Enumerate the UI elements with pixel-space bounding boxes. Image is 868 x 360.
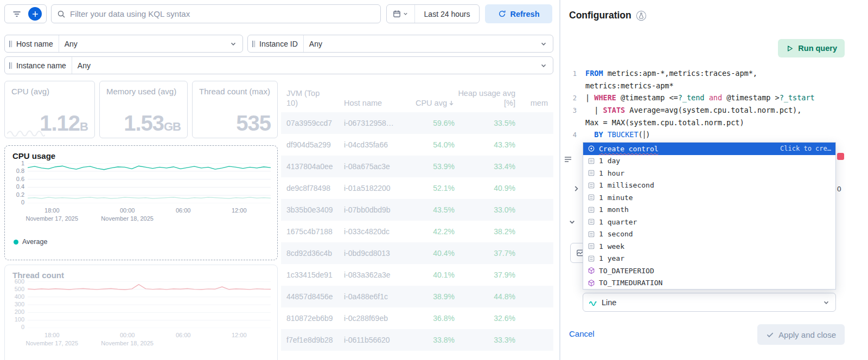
legend-item-average[interactable]: Average [14,238,47,246]
table-row[interactable]: 1c33415de91i-083a362a3e40.1%37.9% [281,264,553,286]
chart-canvas [28,163,271,203]
table-row[interactable]: de9c8f78498i-01a518220052.1%40.9% [281,177,553,199]
drag-handle-icon[interactable] [9,41,12,47]
table-row[interactable]: 8cd92d36c4bi-0bd9cd801340.4%37.7% [281,242,553,264]
code-line[interactable]: BY TBUCKET() [585,128,650,141]
cpu-avg-cell: 54.0% [409,140,457,149]
cancel-button[interactable]: Cancel [569,329,595,338]
y-tick-label: 300 [15,301,24,307]
suggestion-1-minute[interactable]: 1 minute [583,191,835,204]
cpu-usage-panel[interactable]: CPU usage 10.80.60.40.20 18:00November 1… [4,145,278,260]
constant-icon [588,182,595,189]
column-header-heap-usage[interactable]: Heap usage avg [%] [457,89,518,108]
metric-value: 1.53GB [124,111,181,136]
line-number: 1 [569,67,577,80]
x-tick-label: 12:00 [232,331,247,339]
control-host-name[interactable]: Host name Any [4,35,243,53]
y-tick-label: 0 [21,199,24,205]
esql-editor[interactable]: 1FROM metrics:apm-*,metrics:traces-apm*,… [569,67,865,141]
control-instance-name[interactable]: Instance name Any [4,56,553,74]
check-icon [766,331,774,339]
suggestion-1-hour[interactable]: 1 hour [583,167,835,179]
suggestion-1-week[interactable]: 1 week [583,240,835,253]
column-header-host-name[interactable]: Host name [344,99,409,108]
suggestion-1-quarter[interactable]: 1 quarter [583,216,835,228]
chart-type-select[interactable]: Line [583,293,836,312]
drag-handle-icon[interactable] [252,41,255,47]
suggestion-1-second[interactable]: 1 second [583,228,835,241]
suggestion-create-control[interactable]: Create controlClick to cre… [583,143,835,155]
code-line[interactable]: FROM metrics:apm-*,metrics:traces-apm*, [585,67,757,80]
code-line[interactable]: | STATS Average=avg(system.cpu.total.nor… [585,104,801,117]
x-tick-label: 06:00 [176,331,191,339]
x-tick-label: 18:00November 17, 2025 [25,331,78,348]
cpu-avg-cell: 52.1% [409,184,457,192]
heap-usage-cell: 33.3% [457,336,518,344]
constant-icon [588,157,595,165]
play-icon [786,44,794,53]
column-header-cpu-avg[interactable]: CPU avg [409,99,457,108]
jvm-id-cell: df904d5a299 [281,140,344,149]
table-row[interactable]: 44857d8456ei-0a488e6f1c38.9%44.8% [281,286,553,307]
control-instance-id[interactable]: Instance ID Any [247,35,553,53]
table-row[interactable]: 4137804a0eei-08a675ac3e53.9%33.4% [281,156,553,177]
constant-icon [588,255,595,262]
line-number: 4 [569,128,577,141]
column-header-mem[interactable]: mem [518,99,553,108]
suggestion-to_timeduration[interactable]: TO_TIMEDURATION [583,277,835,290]
suggestion-to_dateperiod[interactable]: TO_DATEPERIOD [583,265,835,277]
host-name-cell: i-0a488e6f1c [344,292,409,301]
calendar-button[interactable] [387,5,415,23]
code-line[interactable]: Max = MAX(system.cpu.total.norm.pct) [585,117,744,128]
function-icon [588,279,595,287]
table-row[interactable]: 3b35b0e3409i-07bb0dbd9b43.5%33.0% [281,199,553,221]
search-input[interactable] [70,9,375,18]
jvm-id-cell: f7ef1e8d9b28 [281,336,344,344]
suggestion-label: 1 hour [599,169,624,177]
jvm-table: JVM (Top 10) Host name CPU avg Heap usag… [281,81,553,360]
table-row[interactable]: f7ef1e8d9b28i-0611b5662033.8%33.3% [281,329,553,351]
suggestion-1-day[interactable]: 1 day [583,155,835,168]
suggestion-1-millisecond[interactable]: 1 millisecond [583,179,835,192]
jvm-id-cell: 4137804a0ee [281,162,344,171]
refresh-icon [498,10,506,18]
search-icon [57,10,66,18]
table-row[interactable]: df904d5a299i-04cd35fa6654.0%43.3% [281,134,553,156]
constant-icon [588,169,595,177]
run-query-label: Run query [798,44,837,53]
heap-usage-cell: 40.9% [457,184,518,192]
run-query-button[interactable]: Run query [778,39,845,57]
line-number: 3 [569,104,577,117]
add-control-button[interactable] [28,7,42,21]
thread-count-panel[interactable]: Thread count 6005004003002001000 18:00No… [4,265,278,360]
table-title: JVM (Top 10) [281,89,344,108]
table-row[interactable]: 810872eb6b9i-0c288f69eb36.8%32.6% [281,307,553,329]
refresh-label: Refresh [510,10,540,18]
filter-button[interactable] [9,7,24,22]
suggestion-1-year[interactable]: 1 year [583,253,835,265]
suggestion-label: 1 year [599,254,624,262]
apply-and-close-button[interactable]: Apply and close [757,324,845,345]
jvm-table-header: JVM (Top 10) Host name CPU avg Heap usag… [281,81,553,112]
hidden-chevron-right-icon[interactable] [572,185,580,192]
suggestion-1-month[interactable]: 1 month [583,204,835,216]
code-line[interactable]: | WHERE @timestamp <=?_tend and @timesta… [585,92,815,104]
time-range-button[interactable]: Last 24 hours [415,5,479,23]
refresh-button[interactable]: Refresh [485,4,552,23]
jvm-id-cell: 8cd92d36c4b [281,249,344,258]
y-tick-label: 0.6 [16,176,24,182]
table-row[interactable]: 07a3959ccd7i-067312958…59.6%33.5% [281,112,553,134]
cpu-chart-y-axis: 10.80.60.40.20 [5,160,24,205]
heap-usage-cell: 33.0% [457,205,518,214]
drag-handle-icon[interactable] [9,62,12,69]
metric-card-thread-count: Thread count (max) 535 [192,81,278,138]
hidden-chevron-down-icon[interactable] [568,218,576,226]
chevron-down-icon [540,40,547,48]
table-row[interactable]: 1675c4b7188i-033c4820dc42.2%38.2% [281,221,553,242]
metric-title: Memory used (avg) [106,87,181,97]
hidden-error-icon [837,153,844,160]
y-tick-label: 0.2 [16,191,24,198]
jvm-id-cell: 1c33415de91 [281,271,344,279]
suggestion-label: TO_DATEPERIOD [599,267,654,275]
code-line[interactable]: metrics:metrics-apm* [585,80,674,92]
